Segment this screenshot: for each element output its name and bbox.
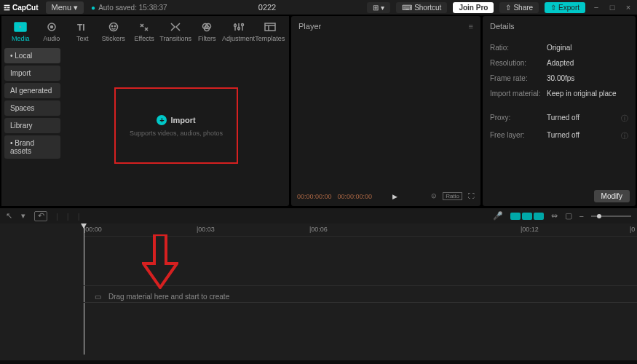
export-button[interactable]: ⇧ Export bbox=[545, 2, 585, 13]
svg-point-12 bbox=[241, 24, 243, 26]
track-placeholder: ▭ Drag material here and start to create bbox=[95, 293, 229, 301]
tab-text[interactable]: TIText bbox=[67, 18, 98, 45]
details-panel: Details Ratio:OriginalResolution:Adapted… bbox=[483, 16, 636, 206]
import-button[interactable]: + Import bbox=[157, 115, 195, 125]
audio-icon bbox=[45, 21, 58, 33]
text-icon: TI bbox=[76, 21, 89, 33]
nav-import[interactable]: Import bbox=[4, 66, 60, 81]
ruler-tick: |00:03 bbox=[197, 226, 215, 233]
cursor-tool[interactable]: ↖ bbox=[6, 211, 12, 221]
nav-local[interactable]: Local bbox=[4, 48, 60, 63]
info-icon[interactable]: ⓘ bbox=[621, 114, 628, 124]
player-panel: Player ≡ 00:00:00:00 00:00:00:00 ▶ ⊙ Rat… bbox=[291, 16, 480, 206]
svg-rect-13 bbox=[265, 23, 275, 31]
detail-row: Free layer:Turned offⓘ bbox=[490, 127, 628, 145]
transitions-icon bbox=[169, 21, 182, 33]
tool-tabs: MediaAudioTITextStickersEffectsTransitio… bbox=[1, 16, 289, 45]
svg-point-10 bbox=[234, 25, 236, 27]
dropdown-icon[interactable]: ▾ bbox=[21, 211, 25, 221]
fullscreen-icon[interactable]: ⛶ bbox=[468, 192, 475, 200]
detail-row: Frame rate:30.00fps bbox=[490, 71, 628, 86]
ruler-tick: |00:06 bbox=[309, 226, 328, 233]
import-area: + Import Supports videos, audios, photos bbox=[63, 45, 289, 206]
details-header: Details bbox=[483, 16, 636, 36]
info-icon[interactable]: ⓘ bbox=[621, 131, 628, 141]
zoom-out-icon[interactable]: − bbox=[579, 212, 584, 221]
tab-adjustment[interactable]: Adjustment bbox=[223, 18, 255, 45]
svg-text:TI: TI bbox=[77, 23, 85, 32]
preview-icon[interactable]: ▢ bbox=[565, 211, 572, 221]
zoom-slider[interactable] bbox=[591, 215, 631, 217]
titlebar: ☲CapCut Menu▾ ●Auto saved: 15:38:37 0222… bbox=[0, 0, 637, 15]
svg-point-6 bbox=[114, 25, 115, 26]
svg-point-4 bbox=[109, 23, 117, 31]
timeline[interactable]: |00:00|00:03|00:06|00:12|0 ▭ Drag materi… bbox=[0, 223, 637, 360]
nav-spaces[interactable]: Spaces bbox=[4, 100, 60, 116]
mic-icon[interactable]: 🎤 bbox=[493, 211, 503, 221]
import-dropzone[interactable]: + Import Supports videos, audios, photos bbox=[114, 87, 238, 164]
tab-stickers[interactable]: Stickers bbox=[98, 18, 128, 45]
ratio-button[interactable]: Ratio bbox=[443, 192, 462, 200]
detail-row: Ratio:Original bbox=[490, 40, 628, 55]
tab-audio[interactable]: Audio bbox=[36, 18, 66, 45]
filters-icon bbox=[200, 21, 213, 33]
tab-media[interactable]: Media bbox=[5, 18, 36, 45]
clip-icon: ▭ bbox=[95, 293, 101, 301]
menu-button[interactable]: Menu▾ bbox=[46, 1, 84, 14]
stickers-icon bbox=[107, 21, 120, 33]
player-viewport bbox=[291, 36, 480, 189]
tab-transitions[interactable]: Transitions bbox=[159, 18, 191, 45]
join-pro-button[interactable]: Join Pro bbox=[453, 2, 494, 13]
app-logo: ☲CapCut bbox=[4, 4, 39, 12]
magnet-icon[interactable]: ⇔ bbox=[551, 211, 558, 221]
cut-tool[interactable]: | bbox=[56, 212, 58, 221]
close-button[interactable]: × bbox=[623, 3, 633, 12]
svg-point-5 bbox=[111, 25, 112, 26]
timecode-current: 00:00:00:00 bbox=[297, 193, 332, 200]
templates-icon bbox=[264, 21, 277, 33]
shortcut-button[interactable]: ⌨ Shortcut bbox=[396, 2, 447, 13]
annotation-arrow bbox=[142, 234, 178, 290]
import-subtitle: Supports videos, audios, photos bbox=[130, 130, 223, 137]
nav-brand-assets[interactable]: Brand assets bbox=[4, 135, 60, 159]
playhead[interactable] bbox=[84, 223, 84, 355]
nav-ai-generated[interactable]: AI generated bbox=[4, 83, 60, 98]
marker-tool[interactable]: | bbox=[78, 212, 80, 221]
project-name: 0222 bbox=[175, 3, 360, 12]
timecode-total: 00:00:00:00 bbox=[338, 193, 373, 200]
detail-row: Resolution:Adapted bbox=[490, 55, 628, 71]
autosave-status: ●Auto saved: 15:38:37 bbox=[91, 4, 167, 12]
nav-library[interactable]: Library bbox=[4, 118, 60, 133]
detail-row: Proxy:Turned offⓘ bbox=[490, 110, 628, 127]
media-panel: MediaAudioTITextStickersEffectsTransitio… bbox=[1, 16, 289, 206]
side-nav: LocalImportAI generatedSpacesLibraryBran… bbox=[1, 45, 63, 206]
media-icon bbox=[14, 21, 27, 33]
track-toggles[interactable] bbox=[510, 213, 544, 220]
adjustment-icon bbox=[232, 21, 245, 33]
maximize-button[interactable]: □ bbox=[607, 3, 617, 12]
svg-point-11 bbox=[237, 28, 240, 30]
layout-button[interactable]: ⊞ ▾ bbox=[367, 2, 390, 13]
player-header: Player ≡ bbox=[291, 16, 480, 36]
tab-templates[interactable]: Templates bbox=[255, 18, 285, 45]
player-menu-icon[interactable]: ≡ bbox=[469, 22, 473, 31]
minimize-button[interactable]: − bbox=[591, 3, 601, 12]
split-tool[interactable]: | bbox=[67, 212, 69, 221]
plus-icon: + bbox=[157, 115, 167, 125]
detail-row: Import material:Keep in original place bbox=[490, 86, 628, 101]
ruler-tick: |0 bbox=[630, 226, 635, 233]
tab-filters[interactable]: Filters bbox=[191, 18, 222, 45]
timeline-toolbar: ↖ ▾ ↶ | | | 🎤 ⇔ ▢ − bbox=[0, 207, 637, 223]
ruler-tick: |00:12 bbox=[521, 226, 539, 233]
tab-effects[interactable]: Effects bbox=[129, 18, 159, 45]
play-button[interactable]: ▶ bbox=[392, 193, 397, 200]
modify-button[interactable]: Modify bbox=[594, 190, 630, 202]
undo-button[interactable]: ↶ bbox=[34, 211, 47, 221]
effects-icon bbox=[138, 21, 151, 33]
player-tool-icon[interactable]: ⊙ bbox=[431, 192, 437, 200]
svg-point-2 bbox=[50, 26, 52, 28]
share-button[interactable]: ⇧ Share bbox=[499, 2, 539, 13]
